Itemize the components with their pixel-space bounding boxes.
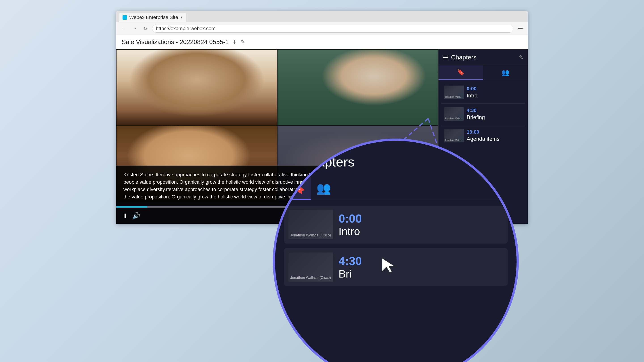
chapter-time-2: 4:30: [467, 107, 522, 113]
magnify-container: Chapters 🔖 👥 Jonathon Wallace (Cisco) 0:…: [273, 139, 519, 362]
refresh-button[interactable]: ↻: [141, 24, 149, 33]
magnify-bookmarks-tab[interactable]: 🔖: [286, 176, 311, 200]
magnify-hamburger-line-1: [286, 159, 295, 160]
menu-line-3: [518, 30, 522, 30]
chapter-time-3: 13:00: [467, 129, 522, 135]
chapter-divider-1: [441, 103, 525, 104]
magnify-chapter-info-2: 4:30 Bri: [338, 254, 503, 280]
page-header: Sale Visualizations - 20220824 0555-1 ⬇ …: [116, 35, 528, 49]
chapter-thumb-label-2: Jonathon Wallace (Cisco): [445, 117, 463, 120]
chapter-time-1: 0:00: [467, 86, 522, 92]
browser-tab[interactable]: Webex Enterprise Site ×: [119, 13, 186, 22]
tab-label: Webex Enterprise Site: [129, 14, 178, 20]
magnify-chapter-item-2[interactable]: Jonathon Wallace (Cisco) 4:30 Bri: [284, 248, 508, 286]
hamburger-line-3: [443, 59, 448, 59]
chapter-thumb-1: Jonathon Wallace (Cisco): [444, 86, 464, 99]
magnify-hamburger-icon[interactable]: [286, 159, 295, 165]
chapter-item-2[interactable]: Jonathon Wallace (Cisco) 4:30 Briefing: [441, 105, 525, 123]
video-cell-1: [116, 49, 277, 125]
new-tab-btn[interactable]: [188, 13, 202, 21]
people-icon: 👥: [502, 69, 510, 76]
chapters-edit-icon[interactable]: ✎: [519, 54, 523, 60]
url-text: https://example.webex.com: [156, 26, 216, 31]
magnify-people-icon: 👥: [316, 182, 331, 195]
chapter-divider-2: [441, 125, 525, 125]
play-pause-btn[interactable]: ⏸: [122, 212, 128, 219]
hamburger-line-1: [443, 56, 448, 56]
magnify-chapter-info-1: 0:00 Intro: [338, 212, 503, 238]
magnify-name-2: Bri: [338, 268, 503, 280]
chapter-info-2: 4:30 Briefing: [467, 107, 522, 121]
magnify-bookmark-icon: 🔖: [291, 181, 306, 194]
browser-tabs: Webex Enterprise Site ×: [116, 11, 528, 22]
magnify-thumb-label-1: Jonathon Wallace (Cisco): [290, 233, 332, 237]
page-title: Sale Visualizations - 20220824 0555-1: [122, 38, 229, 45]
bookmark-icon: 🔖: [457, 68, 465, 76]
hamburger-icon[interactable]: [443, 56, 448, 59]
menu-line-1: [518, 27, 522, 27]
chapter-info-1: 0:00 Intro: [467, 86, 522, 99]
download-icon[interactable]: ⬇: [232, 39, 237, 45]
magnify-name-1: Intro: [338, 225, 503, 238]
tab-favicon: [122, 15, 127, 20]
magnify-circle: Chapters 🔖 👥 Jonathon Wallace (Cisco) 0:…: [273, 139, 519, 362]
chapter-name-2: Briefing: [467, 114, 522, 120]
magnify-header: Chapters: [275, 141, 516, 176]
chapter-thumb-2: Jonathon Wallace (Cisco): [444, 107, 464, 121]
magnify-hamburger-line-3: [286, 164, 295, 165]
magnify-chapters-list: Jonathon Wallace (Cisco) 0:00 Intro Jona…: [275, 200, 516, 291]
magnify-thumb-2: Jonathon Wallace (Cisco): [288, 253, 333, 282]
menu-line-2: [518, 28, 522, 29]
chapter-name-1: Intro: [467, 92, 522, 99]
chapters-title: Chapters: [451, 54, 516, 61]
magnify-people-tab[interactable]: 👥: [311, 176, 336, 200]
volume-btn[interactable]: 🔊: [132, 212, 140, 219]
browser-toolbar: ← → ↻ https://example.webex.com: [116, 22, 528, 35]
back-button[interactable]: ←: [120, 24, 128, 33]
tab-close-btn[interactable]: ×: [180, 15, 183, 20]
magnify-title: Chapters: [300, 154, 354, 170]
browser-menu-btn[interactable]: [516, 24, 524, 33]
magnify-time-1: 0:00: [338, 212, 503, 225]
page-edit-icon[interactable]: ✎: [240, 39, 245, 45]
magnify-time-2: 4:30: [338, 254, 503, 268]
magnify-nav: 🔖 👥: [275, 176, 516, 200]
video-cell-2: [277, 49, 438, 125]
chapter-thumb-label-1: Jonathon Wallace (Cisco): [445, 96, 463, 98]
bookmarks-tab[interactable]: 🔖: [438, 65, 483, 80]
chapters-header: Chapters ✎: [438, 49, 528, 65]
magnify-chapter-item-1[interactable]: Jonathon Wallace (Cisco) 0:00 Intro: [284, 206, 508, 244]
chapter-item-1[interactable]: Jonathon Wallace (Cisco) 0:00 Intro: [441, 83, 525, 102]
magnify-hamburger-line-2: [286, 162, 295, 162]
people-tab[interactable]: 👥: [483, 65, 528, 80]
address-bar[interactable]: https://example.webex.com: [152, 24, 514, 33]
magnify-thumb-label-2: Jonathon Wallace (Cisco): [290, 276, 332, 280]
magnify-thumb-1: Jonathon Wallace (Cisco): [288, 210, 333, 239]
forward-button[interactable]: →: [130, 24, 139, 33]
hamburger-line-2: [443, 57, 448, 58]
chapters-nav: 🔖 👥: [438, 65, 528, 80]
